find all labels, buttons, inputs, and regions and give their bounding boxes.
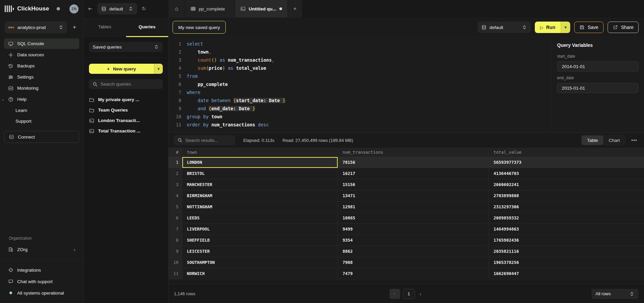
- cell-num-transactions[interactable]: 9354: [338, 235, 489, 246]
- column-header-total-value[interactable]: total_value: [489, 148, 644, 157]
- avatar[interactable]: ZN: [69, 4, 79, 13]
- page-size-selector[interactable]: All rows: [591, 289, 639, 299]
- cell-total-value[interactable]: 2313297306: [489, 201, 644, 212]
- cell-town[interactable]: MANCHESTER: [182, 179, 338, 190]
- cell-total-value[interactable]: 1662690447: [489, 268, 644, 279]
- new-query-options-button[interactable]: ▼: [154, 64, 163, 74]
- chevron-updown-icon: [58, 25, 64, 30]
- saved-query-item-london-transacti[interactable]: London Transacti...: [89, 115, 163, 126]
- notification-dot-icon[interactable]: [57, 7, 60, 10]
- column-header-row-number[interactable]: #: [168, 148, 182, 157]
- cell-total-value[interactable]: 2089859332: [489, 212, 644, 223]
- code-line-5: 5from: [173, 72, 551, 80]
- cell-total-value[interactable]: 1464994863: [489, 223, 644, 235]
- results-footer: 1,146 rows ‹ 1 › All rows: [168, 284, 644, 303]
- cell-num-transactions[interactable]: 78156: [338, 157, 489, 168]
- service-selector[interactable]: aws analytics-prod: [5, 21, 67, 33]
- chevron-updown-icon: [154, 44, 159, 50]
- run-options-button[interactable]: ▼: [561, 22, 570, 33]
- cell-town[interactable]: LEICESTER: [182, 246, 338, 257]
- cell-total-value[interactable]: 4136446703: [489, 168, 644, 179]
- editor-tab-pp-complete[interactable]: pp_complete: [185, 0, 235, 18]
- cell-num-transactions[interactable]: 16217: [338, 168, 489, 179]
- next-page-button[interactable]: ›: [418, 291, 423, 297]
- sidebar-item-monitoring[interactable]: Monitoring: [4, 83, 79, 93]
- run-button[interactable]: ▷ Run: [535, 22, 561, 33]
- cell-total-value[interactable]: 2660602241: [489, 179, 644, 190]
- sidebar-item-backups[interactable]: Backups: [4, 61, 79, 71]
- cell-town[interactable]: NORWICH: [182, 268, 338, 279]
- saved-queries-selector[interactable]: Saved queries: [89, 42, 163, 52]
- view-tab-chart[interactable]: Chart: [603, 135, 625, 145]
- saved-query-item-my-private-query[interactable]: My private query ...: [89, 94, 163, 105]
- cell-town[interactable]: NOTTINGHAM: [182, 201, 338, 212]
- chevron-down-icon[interactable]: ⌄: [1, 97, 4, 101]
- saved-query-item-total-transaction[interactable]: Total Transaction ...: [89, 126, 163, 136]
- sidebar-item-data-sources[interactable]: Data sources: [4, 50, 79, 60]
- table-row: 1LONDON7815656593977373: [168, 157, 644, 168]
- cell-num-transactions[interactable]: 10865: [338, 212, 489, 223]
- variable-input-start-date[interactable]: [557, 61, 639, 71]
- save-button[interactable]: Save: [574, 22, 604, 33]
- cell-town[interactable]: SHEFFIELD: [182, 235, 338, 246]
- cell-total-value[interactable]: 2035821116: [489, 246, 644, 257]
- new-query-button[interactable]: + New query: [89, 64, 154, 74]
- cell-town[interactable]: BRISTOL: [182, 168, 338, 179]
- sidebar-item-settings[interactable]: Settings: [4, 72, 79, 82]
- cell-num-transactions[interactable]: 7479: [338, 268, 489, 279]
- refresh-icon[interactable]: ↻: [142, 6, 146, 12]
- prev-page-button[interactable]: ‹: [389, 289, 400, 299]
- cell-num-transactions[interactable]: 13471: [338, 190, 489, 201]
- cell-town[interactable]: SOUTHAMPTON: [182, 257, 338, 268]
- cell-total-value[interactable]: 56593977373: [489, 157, 644, 168]
- run-database-selector[interactable]: default: [478, 22, 531, 33]
- sidebar-footer-all-systems-operational[interactable]: All systems operational: [4, 287, 79, 298]
- column-header-town[interactable]: town: [182, 148, 338, 157]
- cell-num-transactions[interactable]: 12981: [338, 201, 489, 212]
- sidebar-subitem-support[interactable]: Support: [4, 116, 79, 126]
- main: ⇤ default ↻ ⌂ pp_completeUntitled qu... …: [84, 0, 644, 303]
- column-header-num-transactions[interactable]: num_transactions: [338, 148, 489, 157]
- cell-total-value[interactable]: 1765902436: [489, 235, 644, 246]
- database-selector[interactable]: default: [97, 3, 137, 14]
- new-tab-button[interactable]: +: [288, 0, 303, 18]
- home-tab[interactable]: ⌂: [168, 0, 185, 18]
- panel-tab-queries[interactable]: Queries: [126, 18, 168, 37]
- sidebar-footer-integrations[interactable]: Integrations: [4, 265, 79, 275]
- cell-num-transactions[interactable]: 9499: [338, 223, 489, 235]
- organization-item[interactable]: ZOrg ›: [4, 244, 79, 255]
- cell-total-value[interactable]: 1965378256: [489, 257, 644, 268]
- connect-button[interactable]: Connect: [4, 131, 79, 143]
- sidebar-subnav: LearnSupport: [0, 104, 83, 127]
- panel-tab-tables[interactable]: Tables: [84, 18, 126, 37]
- more-options-icon[interactable]: •••: [630, 138, 639, 143]
- sidebar-subitem-learn[interactable]: Learn: [4, 105, 79, 115]
- add-service-button[interactable]: +: [70, 24, 79, 31]
- cell-num-transactions[interactable]: 8862: [338, 246, 489, 257]
- database-icon: [101, 6, 106, 11]
- saved-query-pill[interactable]: My new saved query: [173, 21, 226, 34]
- search-results-input[interactable]: [185, 138, 232, 143]
- cell-town[interactable]: LIVERPOOL: [182, 223, 338, 235]
- cell-total-value[interactable]: 2703899808: [489, 190, 644, 201]
- saved-query-item-team-queries[interactable]: Team Queries: [89, 105, 163, 115]
- sql-editor[interactable]: 1select2 town,3 count() as num_transacti…: [168, 37, 551, 132]
- service-selector-label: analytics-prod: [18, 25, 55, 30]
- cell-town[interactable]: BIRMINGHAM: [182, 190, 338, 201]
- current-page-button[interactable]: 1: [403, 289, 415, 299]
- code-line-3: 3 count() as num_transactions,: [173, 56, 551, 64]
- editor-tab-untitled-qu[interactable]: Untitled qu...: [235, 0, 288, 18]
- cell-town[interactable]: LONDON: [182, 157, 338, 168]
- share-button[interactable]: Share: [608, 22, 639, 33]
- sidebar-item-sql-console[interactable]: SQL Console: [4, 38, 79, 49]
- cell-num-transactions[interactable]: 7908: [338, 257, 489, 268]
- sidebar-footer-chat-with-support[interactable]: Chat with support: [4, 276, 79, 287]
- line-number: 4: [173, 64, 181, 72]
- collapse-sidebar-icon[interactable]: ⇤: [88, 6, 93, 12]
- cell-num-transactions[interactable]: 15156: [338, 179, 489, 190]
- variable-input-end-date[interactable]: [557, 83, 639, 93]
- cell-town[interactable]: LEEDS: [182, 212, 338, 223]
- view-tab-table[interactable]: Table: [582, 135, 603, 145]
- sidebar-item-help[interactable]: ⌄Help: [4, 94, 79, 104]
- search-queries-input[interactable]: [100, 82, 159, 87]
